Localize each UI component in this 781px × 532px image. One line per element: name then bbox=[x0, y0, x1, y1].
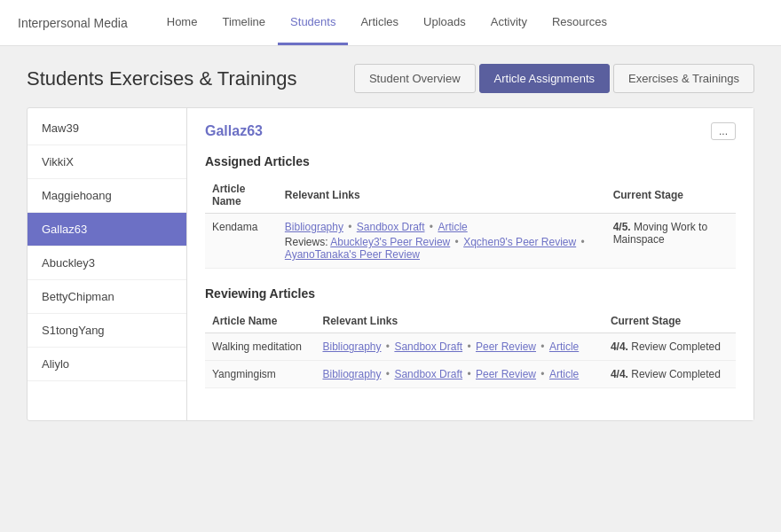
col-article-name-2: Article Name bbox=[205, 309, 315, 333]
reviewing-articles-table: Article Name Relevant Links Current Stag… bbox=[205, 309, 736, 388]
nav-links: HomeTimelineStudentsArticlesUploadsActiv… bbox=[154, 1, 619, 45]
page-title: Students Exercises & Trainings bbox=[27, 67, 296, 90]
reviewing-table-header: Article Name Relevant Links Current Stag… bbox=[205, 309, 736, 333]
col-relevant-links-2: Relevant Links bbox=[315, 309, 603, 333]
article-link[interactable]: Sandbox Draft bbox=[394, 340, 462, 353]
link-separator: • bbox=[345, 221, 355, 233]
link-separator: • bbox=[383, 368, 393, 380]
sidebar-item-vikkix[interactable]: VikkiX bbox=[28, 145, 186, 179]
article-link[interactable]: Article bbox=[549, 340, 579, 353]
tab-btn-exercises-&-trainings[interactable]: Exercises & Trainings bbox=[613, 64, 754, 93]
tab-btn-student-overview[interactable]: Student Overview bbox=[354, 64, 476, 93]
table-row: KendamaBibliography • Sandbox Draft • Ar… bbox=[205, 214, 736, 269]
nav-link-activity[interactable]: Activity bbox=[478, 1, 540, 45]
student-name-header: Gallaz63 ... bbox=[205, 122, 736, 140]
tab-buttons: Student OverviewArticle AssignmentsExerc… bbox=[354, 64, 754, 93]
content-layout: Maw39VikkiXMaggiehoangGallaz63Abuckley3B… bbox=[27, 107, 754, 421]
relevant-links-cell: Bibliography • Sandbox Draft • Peer Revi… bbox=[315, 361, 603, 388]
nav-link-articles[interactable]: Articles bbox=[348, 1, 411, 45]
link-separator: • bbox=[452, 236, 462, 248]
table-row: YangmingismBibliography • Sandbox Draft … bbox=[205, 361, 736, 388]
stage-num: 4/4. bbox=[611, 340, 631, 353]
reviews-label: Reviews: bbox=[285, 236, 330, 248]
article-name-cell: Kendama bbox=[205, 214, 278, 269]
article-name-cell: Yangmingism bbox=[205, 361, 315, 388]
stage-num: 4/5. bbox=[613, 221, 634, 233]
article-name-cell: Walking meditation bbox=[205, 333, 315, 361]
link-separator: • bbox=[464, 340, 474, 353]
main-content: Gallaz63 ... Assigned Articles Article N… bbox=[187, 108, 753, 420]
top-nav: Interpersonal Media HomeTimelineStudents… bbox=[0, 0, 781, 46]
reviewing-articles-title: Reviewing Articles bbox=[205, 286, 736, 301]
sidebar-item-maw39[interactable]: Maw39 bbox=[28, 112, 186, 145]
stage-text: 4/4. Review Completed bbox=[611, 368, 721, 380]
article-link[interactable]: Abuckley3's Peer Review bbox=[330, 236, 450, 248]
col-article-name-1: Article Name bbox=[205, 177, 278, 214]
assigned-articles-title: Assigned Articles bbox=[205, 154, 736, 168]
student-name-text: Gallaz63 bbox=[205, 123, 263, 139]
sidebar-item-abuckley3[interactable]: Abuckley3 bbox=[28, 246, 186, 280]
sidebar-item-s1tongyang[interactable]: S1tongYang bbox=[28, 314, 186, 348]
relevant-links-cell: Bibliography • Sandbox Draft • Peer Revi… bbox=[315, 333, 603, 361]
sidebar-item-gallaz63[interactable]: Gallaz63 bbox=[28, 213, 186, 246]
article-link[interactable]: Bibliography bbox=[322, 340, 381, 353]
table-row: Walking meditationBibliography • Sandbox… bbox=[205, 333, 736, 361]
current-stage-cell: 4/5. Moving Work to Mainspace bbox=[606, 214, 736, 269]
reviews-row: Reviews: Abuckley3's Peer Review • Xqche… bbox=[285, 236, 599, 261]
stage-num: 4/4. bbox=[611, 368, 631, 380]
col-current-stage-2: Current Stage bbox=[604, 309, 736, 333]
article-link[interactable]: Article bbox=[438, 221, 467, 233]
sidebar: Maw39VikkiXMaggiehoangGallaz63Abuckley3B… bbox=[28, 108, 187, 420]
ellipsis-button[interactable]: ... bbox=[711, 122, 736, 140]
link-separator: • bbox=[464, 368, 474, 380]
tab-btn-article-assignments[interactable]: Article Assignments bbox=[479, 64, 610, 93]
article-link[interactable]: Sandbox Draft bbox=[357, 221, 425, 233]
article-link[interactable]: Xqchen9's Peer Review bbox=[463, 236, 576, 248]
nav-link-resources[interactable]: Resources bbox=[540, 1, 619, 45]
article-link[interactable]: Peer Review bbox=[476, 340, 536, 353]
article-link[interactable]: Peer Review bbox=[476, 368, 536, 380]
article-link[interactable]: AyanoTanaka's Peer Review bbox=[285, 248, 420, 261]
nav-link-uploads[interactable]: Uploads bbox=[411, 1, 478, 45]
page-header: Students Exercises & Trainings Student O… bbox=[27, 64, 754, 93]
assigned-articles-section: Assigned Articles Article Name Relevant … bbox=[205, 154, 736, 269]
assigned-table-header: Article Name Relevant Links Current Stag… bbox=[205, 177, 736, 214]
nav-link-students[interactable]: Students bbox=[278, 1, 348, 45]
link-separator: • bbox=[538, 368, 548, 380]
reviewing-articles-section: Reviewing Articles Article Name Relevant… bbox=[205, 286, 736, 388]
sidebar-item-maggiehoang[interactable]: Maggiehoang bbox=[28, 179, 186, 213]
sidebar-item-bettychipman[interactable]: BettyChipman bbox=[28, 280, 186, 314]
nav-link-timeline[interactable]: Timeline bbox=[209, 1, 278, 45]
link-separator: • bbox=[427, 221, 437, 233]
sidebar-item-aliylo[interactable]: Aliylo bbox=[28, 348, 186, 381]
article-link[interactable]: Bibliography bbox=[322, 368, 381, 380]
col-current-stage-1: Current Stage bbox=[606, 177, 736, 214]
stage-text: 4/5. Moving Work to Mainspace bbox=[613, 221, 708, 246]
nav-brand: Interpersonal Media bbox=[18, 16, 128, 30]
main-wrapper: Students Exercises & Trainings Student O… bbox=[0, 46, 781, 439]
current-stage-cell: 4/4. Review Completed bbox=[604, 333, 736, 361]
col-relevant-links-1: Relevant Links bbox=[278, 177, 606, 214]
nav-link-home[interactable]: Home bbox=[154, 1, 210, 45]
assigned-articles-table: Article Name Relevant Links Current Stag… bbox=[205, 177, 736, 269]
stage-text: 4/4. Review Completed bbox=[611, 340, 721, 353]
article-link[interactable]: Bibliography bbox=[285, 221, 343, 233]
link-separator: • bbox=[383, 340, 393, 353]
link-separator: • bbox=[578, 236, 585, 248]
relevant-links-cell: Bibliography • Sandbox Draft • ArticleRe… bbox=[278, 214, 606, 269]
link-separator: • bbox=[538, 340, 548, 353]
article-link[interactable]: Sandbox Draft bbox=[394, 368, 462, 380]
article-link[interactable]: Article bbox=[549, 368, 579, 380]
current-stage-cell: 4/4. Review Completed bbox=[604, 361, 736, 388]
